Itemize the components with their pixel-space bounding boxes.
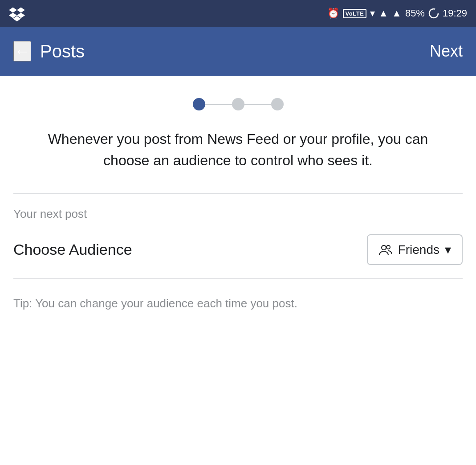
status-bar: ⏰ VoLTE ▾ ▲ ▲ 85% 19:29 — [0, 0, 476, 27]
app-header: ← Posts Next — [0, 27, 476, 76]
next-button[interactable]: Next — [430, 42, 463, 61]
battery-level: 85% — [405, 8, 425, 19]
svg-point-1 — [382, 245, 386, 250]
status-right: ⏰ VoLTE ▾ ▲ ▲ 85% 19:29 — [327, 8, 467, 19]
signal-icon-1: ▲ — [378, 8, 388, 19]
stepper — [0, 76, 476, 128]
battery-icon — [428, 8, 439, 19]
dropbox-icon — [9, 5, 25, 21]
chevron-down-icon: ▾ — [445, 242, 451, 257]
audience-row: Choose Audience Friends ▾ — [0, 225, 476, 278]
status-left — [9, 5, 25, 21]
step-line-1 — [205, 104, 232, 105]
friends-icon — [378, 244, 393, 256]
step-line-2 — [244, 104, 271, 105]
signal-icon-2: ▲ — [392, 8, 402, 19]
svg-point-2 — [386, 245, 390, 249]
header-left: ← Posts — [13, 41, 85, 61]
audience-selector-button[interactable]: Friends ▾ — [367, 234, 463, 265]
alarm-icon: ⏰ — [327, 8, 339, 19]
svg-point-0 — [429, 9, 438, 18]
choose-audience-label: Choose Audience — [13, 241, 132, 258]
tip-text: Tip: You can change your audience each t… — [0, 279, 476, 328]
step-1-dot — [193, 98, 205, 110]
step-2-dot — [232, 98, 244, 110]
description-text: Whenever you post from News Feed or your… — [0, 128, 476, 193]
wifi-icon: ▾ — [370, 8, 375, 19]
page-title: Posts — [40, 41, 85, 61]
step-3-dot — [271, 98, 284, 110]
main-content: Whenever you post from News Feed or your… — [0, 76, 476, 465]
volte-badge: VoLTE — [343, 9, 367, 18]
audience-label: Friends — [398, 243, 439, 257]
section-label: Your next post — [0, 194, 476, 225]
status-time: 19:29 — [443, 8, 467, 19]
back-button[interactable]: ← — [13, 41, 31, 61]
